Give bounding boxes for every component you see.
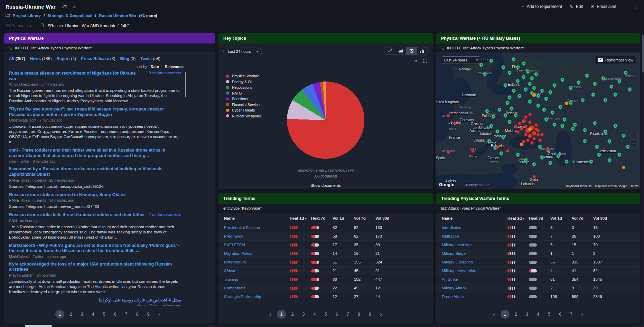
page-button-4[interactable]: 4 (534, 310, 543, 319)
term-link[interactable]: Military Incursion (442, 243, 507, 247)
map-marker-orange-incident[interactable] (520, 142, 524, 146)
term-link[interactable]: Air Strike (442, 277, 507, 281)
map-time-filter-dropdown[interactable]: Last 24 hours▾ (440, 56, 482, 64)
map-marker-red-incident[interactable] (528, 121, 532, 124)
column-header-heat-1d[interactable]: Heat 1d▾ (290, 216, 311, 220)
column-header-name[interactable]: Name (442, 216, 507, 220)
column-header-vol-30d[interactable]: Vol 30d (593, 216, 634, 220)
map-marker-red-incident[interactable] (532, 131, 536, 136)
time-filter-dropdown[interactable]: Last 24 hours▾ (223, 48, 262, 55)
more-menu-icon[interactable]: ⋮ (632, 3, 638, 10)
map-marker-red-incident[interactable] (522, 119, 526, 123)
legend-item[interactable]: Cyber Threats (226, 108, 261, 112)
article-title[interactable]: Russia breaks silence on recruitment of … (9, 71, 143, 81)
term-link[interactable]: Military Attack (442, 286, 507, 290)
tab-blog[interactable]: Blog (3) (120, 56, 136, 61)
area-chart-icon[interactable] (395, 47, 406, 55)
term-link[interactable]: Military Operation (442, 260, 507, 264)
map-marker-red-incident[interactable] (447, 151, 450, 154)
global-search-input[interactable]: $Russia_Ukraine_War AND fromdate:"-24h" (48, 23, 129, 28)
term-link[interactable]: SKELETON (224, 243, 290, 247)
page-button-5[interactable]: 5 (545, 310, 554, 319)
page-button-7[interactable]: 7 (343, 310, 352, 319)
term-link[interactable]: Military Siege (442, 251, 507, 256)
map-marker-red-incident[interactable] (530, 141, 534, 145)
page-button-4[interactable]: 4 (310, 310, 319, 319)
similar-documents-link[interactable]: 10 similar documents (143, 71, 181, 75)
similar-documents-link[interactable]: 7 similar documents (146, 212, 181, 217)
tab-all[interactable]: All (257) (9, 56, 25, 61)
map-marker-orange-incident[interactable] (564, 102, 568, 105)
article-title[interactable]: 5 wounded by a Russian drone strike on a… (9, 166, 181, 177)
term-link[interactable]: Pregnancy (224, 234, 290, 238)
term-link[interactable]: Referendum (224, 260, 290, 264)
remember-view-checkbox[interactable]: Remember View (595, 56, 636, 64)
tab-tweet[interactable]: Tweet (58) (140, 56, 160, 61)
term-link[interactable]: Interdiction (442, 225, 507, 230)
legend-item[interactable]: Physical Warfare (226, 74, 261, 78)
legend-item[interactable]: Negotiations (226, 85, 261, 89)
line-chart-icon[interactable] (384, 47, 395, 55)
page-button-7[interactable]: 7 (567, 310, 576, 319)
page-button-2[interactable]: 2 (512, 310, 521, 319)
article-title[interactable]: "Путин бы уже проиграл": экс-глава MI6 н… (9, 107, 181, 117)
sort-relevance[interactable]: Relevance (165, 65, 184, 69)
map-marker-red-incident[interactable] (506, 149, 509, 153)
shared-users-icon[interactable] (62, 4, 67, 9)
map-marker-red-incident[interactable] (532, 175, 536, 179)
next-page-button[interactable]: › (155, 310, 164, 319)
legend-item[interactable]: Energy & Oil (226, 80, 261, 84)
prev-page-button[interactable]: ‹ (266, 310, 275, 319)
column-header-vol-1d[interactable]: Vol 1d (333, 216, 354, 220)
email-alert-button[interactable]: ✉Email alert (590, 4, 616, 9)
term-link[interactable]: Compatriots (224, 286, 290, 290)
page-button-3[interactable]: 3 (523, 310, 532, 319)
breadcrumb-link[interactable]: Russia-Ukraine War (99, 13, 136, 18)
terms-link[interactable]: Terms (631, 184, 638, 188)
map-marker-red-incident[interactable] (516, 130, 520, 134)
page-button-4[interactable]: 4 (88, 310, 97, 319)
trending-pw-filter[interactable]: list:"Attack Types Physical Warfare" (436, 204, 640, 213)
map-marker-red-incident[interactable] (534, 123, 538, 127)
page-button-1[interactable]: 1 (277, 310, 286, 319)
page-button-6[interactable]: 6 (556, 310, 565, 319)
map-search[interactable]: INTITLE list:"Attack Types Physical Warf… (436, 44, 640, 53)
tab-press-release[interactable]: Press Release (3) (81, 56, 115, 61)
bar-chart-icon[interactable] (417, 47, 428, 55)
next-page-button[interactable]: › (376, 310, 385, 319)
map-marker-red-incident[interactable] (536, 133, 540, 136)
term-link[interactable]: African (224, 269, 290, 273)
page-horizontal-scrollbar[interactable] (0, 325, 644, 327)
legend-item[interactable]: Financial Services (226, 103, 261, 107)
map-marker-red-incident[interactable] (528, 113, 532, 116)
page-button-5[interactable]: 5 (321, 310, 330, 319)
breadcrumb-more[interactable]: (+1 more) (139, 13, 157, 18)
breadcrumb-link[interactable]: Project Library (13, 13, 41, 18)
column-header-vol-7d[interactable]: Vol 7d (572, 216, 593, 220)
sort-date[interactable]: Date (151, 65, 159, 69)
page-button-8[interactable]: 8 (133, 310, 142, 319)
map-marker-red-incident[interactable] (453, 122, 456, 125)
page-vertical-scrollbar[interactable] (641, 33, 644, 327)
map-marker-red-incident[interactable] (547, 148, 550, 151)
legend-item[interactable]: Sanctions (226, 97, 261, 101)
page-button-9[interactable]: 9 (144, 310, 153, 319)
page-button-1[interactable]: 1 (55, 310, 64, 319)
article-title[interactable]: cnni - Three toddlers and their father w… (9, 148, 181, 158)
column-header-heat-1d[interactable]: Heat 1d▾ (507, 216, 529, 220)
add-to-requirement-button[interactable]: +Add to requirement (522, 4, 562, 9)
map-marker-red-incident[interactable] (447, 114, 450, 117)
page-button-7[interactable]: 7 (122, 310, 131, 319)
datasets-dropdown[interactable]: All Datasets▾ (6, 23, 31, 28)
key-topics-pie-chart[interactable] (287, 81, 364, 159)
map-marker-red-incident[interactable] (520, 127, 523, 131)
column-header-heat-7d[interactable]: Heat 7d (311, 216, 333, 220)
levels-icon[interactable]: ≅ (414, 59, 418, 64)
fullscreen-icon[interactable] (423, 59, 427, 64)
article-title[interactable]: Kyiv acknowledged the loss of a major UA… (9, 262, 181, 272)
zoom-out-button[interactable]: − (630, 140, 638, 147)
physical-warfare-search[interactable]: INTITLE list:"Attack Types Physical Warf… (4, 44, 215, 53)
page-button-5[interactable]: 5 (100, 310, 109, 319)
map-marker-red-incident[interactable] (532, 137, 536, 141)
list-scrollbar[interactable] (185, 72, 186, 97)
